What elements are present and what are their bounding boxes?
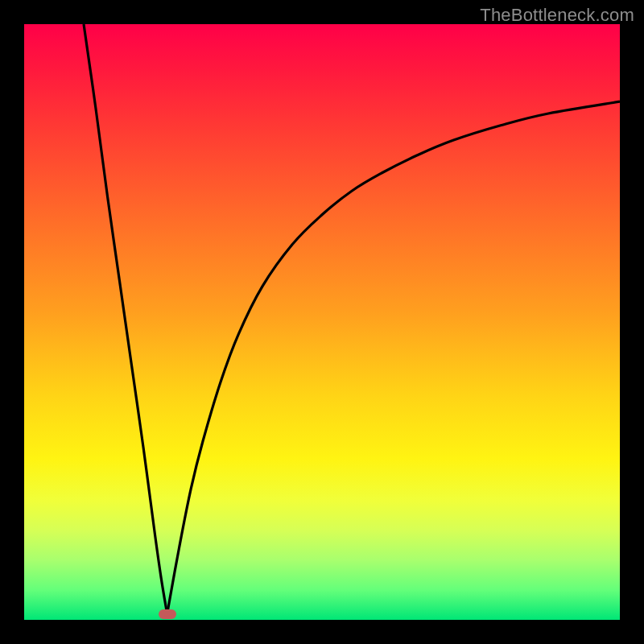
- left-branch-path: [84, 24, 167, 614]
- chart-frame: TheBottleneck.com: [0, 0, 644, 644]
- minimum-marker: [159, 609, 176, 619]
- right-branch-path: [167, 101, 620, 613]
- curve-layer: [24, 24, 620, 620]
- watermark-text: TheBottleneck.com: [480, 5, 634, 26]
- plot-area: [24, 24, 620, 620]
